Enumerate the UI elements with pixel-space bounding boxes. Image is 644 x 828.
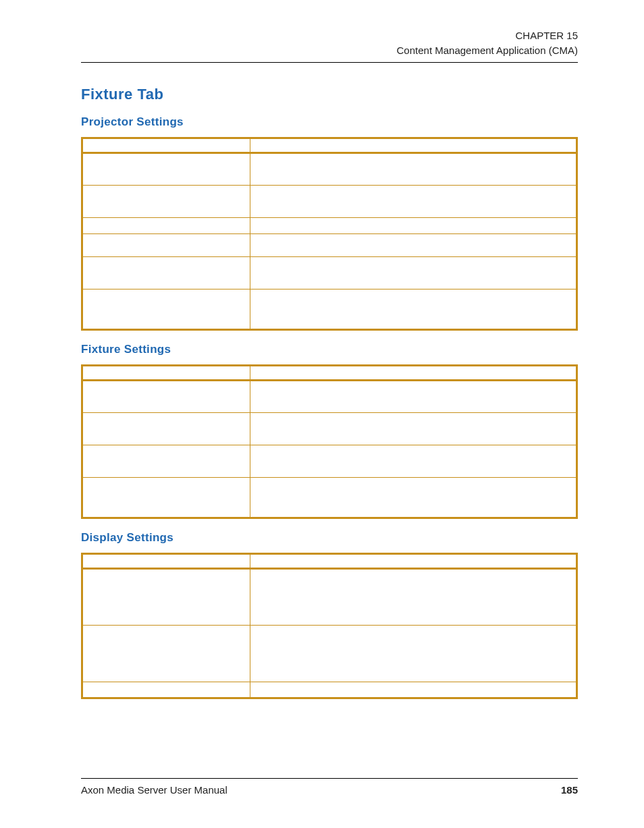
table-cell bbox=[250, 233, 577, 256]
table-cell bbox=[250, 185, 577, 217]
table-cell bbox=[250, 625, 577, 682]
table-header-cell bbox=[250, 138, 577, 153]
chapter-label: CHAPTER 15 bbox=[81, 28, 578, 43]
table-row bbox=[82, 568, 577, 625]
table-cell bbox=[250, 217, 577, 233]
footer-divider bbox=[81, 778, 578, 779]
settings-table bbox=[81, 553, 578, 699]
footer-manual-title: Axon Media Server User Manual bbox=[81, 784, 227, 796]
table-cell bbox=[250, 256, 577, 289]
settings-table bbox=[81, 364, 578, 519]
table-cell bbox=[82, 233, 250, 256]
table-cell bbox=[82, 185, 250, 217]
section-heading: Fixture Settings bbox=[81, 343, 578, 356]
table-cell bbox=[250, 445, 577, 477]
table-row bbox=[82, 625, 577, 682]
table-cell bbox=[250, 568, 577, 625]
table-cell bbox=[250, 412, 577, 445]
table-cell bbox=[250, 682, 577, 698]
table-row bbox=[82, 412, 577, 445]
table-row bbox=[82, 289, 577, 329]
table-row bbox=[82, 477, 577, 518]
table-row bbox=[82, 153, 577, 185]
table-cell bbox=[82, 153, 250, 185]
header-divider bbox=[81, 62, 578, 63]
chapter-title: Content Management Application (CMA) bbox=[81, 43, 578, 58]
table-row bbox=[82, 380, 577, 412]
table-cell bbox=[250, 477, 577, 518]
footer-page-number: 185 bbox=[561, 784, 578, 796]
section-heading: Projector Settings bbox=[81, 115, 578, 129]
settings-table bbox=[81, 137, 578, 331]
table-row bbox=[82, 233, 577, 256]
table-cell bbox=[82, 412, 250, 445]
table-header-cell bbox=[82, 553, 250, 568]
page-header: CHAPTER 15 Content Management Applicatio… bbox=[81, 28, 578, 58]
section-heading: Display Settings bbox=[81, 531, 578, 545]
table-cell bbox=[82, 568, 250, 625]
sections-container: Projector SettingsFixture SettingsDispla… bbox=[81, 115, 578, 699]
table-cell bbox=[250, 289, 577, 329]
table-row bbox=[82, 445, 577, 477]
table-row bbox=[82, 185, 577, 217]
table-cell bbox=[82, 289, 250, 329]
table-header-cell bbox=[250, 365, 577, 380]
table-row bbox=[82, 682, 577, 698]
table-cell bbox=[250, 153, 577, 185]
table-cell bbox=[82, 217, 250, 233]
page-footer: Axon Media Server User Manual 185 bbox=[81, 778, 578, 796]
table-cell bbox=[82, 477, 250, 518]
table-row bbox=[82, 217, 577, 233]
table-cell bbox=[82, 445, 250, 477]
table-cell bbox=[82, 380, 250, 412]
table-header-cell bbox=[82, 365, 250, 380]
table-cell bbox=[82, 625, 250, 682]
table-cell bbox=[250, 380, 577, 412]
page-title: Fixture Tab bbox=[81, 86, 578, 103]
table-row bbox=[82, 256, 577, 289]
table-cell bbox=[82, 682, 250, 698]
table-header-cell bbox=[82, 138, 250, 153]
table-cell bbox=[82, 256, 250, 289]
table-header-cell bbox=[250, 553, 577, 568]
